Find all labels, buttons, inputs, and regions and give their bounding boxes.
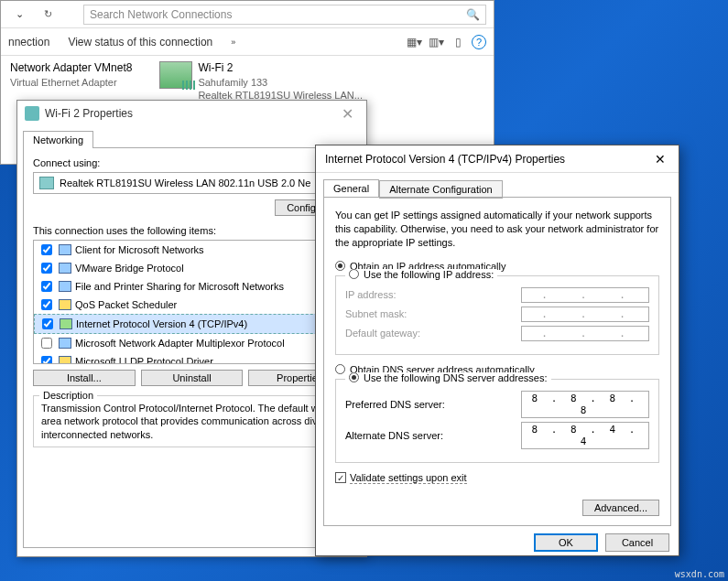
protocol-icon	[59, 299, 71, 310]
close-icon[interactable]: ✕	[336, 105, 359, 123]
validate-checkbox[interactable]: Validate settings upon exit	[335, 472, 659, 484]
item-checkbox[interactable]	[41, 338, 52, 349]
dns2-label: Alternate DNS server:	[345, 430, 521, 441]
protocol-icon	[59, 338, 71, 349]
item-checkbox[interactable]	[41, 299, 52, 310]
mask-label: Subnet mask:	[345, 308, 521, 319]
install-button[interactable]: Install...	[33, 370, 136, 386]
item-checkbox[interactable]	[41, 356, 52, 364]
watermark: wsxdn.com	[675, 569, 724, 579]
radio-label: Use the following IP address:	[364, 269, 494, 280]
dns1-label: Preferred DNS server:	[345, 399, 521, 410]
search-icon: 🔍	[466, 8, 480, 21]
adapter-name: Realtek RTL8191SU Wireless LAN 802.11n U…	[60, 178, 310, 188]
pane-icon[interactable]: ▯	[450, 34, 466, 50]
advanced-button[interactable]: Advanced...	[582, 500, 659, 516]
item-label: Client for Microsoft Networks	[75, 244, 204, 255]
tab-body: You can get IP settings assigned automat…	[323, 197, 671, 526]
adapter-sub: Virtual Ethernet Adapter	[10, 76, 132, 89]
item-label: Microsoft LLDP Protocol Driver	[75, 356, 213, 364]
gw-input: . . .	[521, 326, 649, 341]
description-text: Transmission Control Protocol/Internet P…	[41, 402, 342, 441]
wifi-icon	[25, 106, 39, 121]
list-item[interactable]: QoS Packet Scheduler	[34, 296, 350, 314]
chevron-down-icon[interactable]: »	[231, 38, 235, 47]
item-label: VMware Bridge Protocol	[75, 263, 184, 274]
adapter-box: Realtek RTL8191SU Wireless LAN 802.11n U…	[33, 172, 351, 194]
titlebar: Wi-Fi 2 Properties ✕	[17, 101, 366, 126]
dns2-input[interactable]: 8 . 8 . 4 . 4	[521, 422, 649, 449]
window-title: Wi-Fi 2 Properties	[45, 107, 133, 120]
tab-body: Connect using: Realtek RTL8191SU Wireles…	[23, 147, 361, 548]
chevron-down-icon[interactable]: ⌄	[8, 8, 31, 20]
description-group: Description Transmission Control Protoco…	[33, 395, 351, 447]
protocol-icon	[60, 318, 72, 329]
list-item[interactable]: VMware Bridge Protocol	[34, 259, 350, 277]
window-title: Internet Protocol Version 4 (TCP/IPv4) P…	[325, 153, 565, 166]
network-adapter-item[interactable]: Wi-Fi 2 Sahufamily 133 Realtek RTL8191SU…	[159, 61, 363, 102]
list-item[interactable]: Client for Microsoft Networks	[34, 241, 350, 259]
close-icon[interactable]: ✕	[651, 152, 669, 167]
checkbox-label: Validate settings upon exit	[350, 472, 467, 484]
tab-alternate[interactable]: Alternate Configuration	[379, 180, 503, 199]
tab-general[interactable]: General	[323, 179, 379, 198]
refresh-icon[interactable]: ↻	[38, 8, 58, 20]
explorer-commandbar: nnection View status of this connection …	[1, 28, 494, 56]
search-placeholder: Search Network Connections	[90, 8, 232, 21]
item-label: File and Printer Sharing for Microsoft N…	[75, 281, 284, 292]
checkbox-icon	[335, 472, 346, 483]
dns1-input[interactable]: 8 . 8 . 8 . 8	[521, 391, 649, 418]
protocol-icon	[59, 244, 71, 255]
radio-icon	[335, 261, 345, 271]
radio-static-dns[interactable]: Use the following DNS server addresses:	[345, 372, 551, 383]
item-label: Internet Protocol Version 4 (TCP/IPv4)	[76, 318, 247, 329]
description-title: Description	[39, 390, 97, 401]
help-icon[interactable]: ?	[472, 35, 486, 49]
cmd-connection[interactable]: nnection	[8, 36, 49, 48]
adapter-icon	[39, 177, 54, 189]
ip-group: Use the following IP address: IP address…	[335, 275, 659, 355]
item-checkbox[interactable]	[41, 281, 52, 292]
list-item[interactable]: Internet Protocol Version 4 (TCP/IPv4)	[34, 314, 350, 334]
adapter-name: Wi-Fi 2	[198, 61, 363, 76]
list-item[interactable]: Microsoft Network Adapter Multiplexor Pr…	[34, 334, 350, 352]
dns-group: Use the following DNS server addresses: …	[335, 379, 659, 463]
cmd-view-status[interactable]: View status of this connection	[68, 36, 212, 48]
ok-button[interactable]: OK	[534, 533, 598, 552]
list-item[interactable]: Microsoft LLDP Protocol Driver	[34, 352, 350, 364]
tab-strip: General Alternate Configuration	[316, 173, 679, 197]
ip-input: . . .	[521, 287, 649, 303]
protocol-icon	[59, 263, 71, 274]
items-listbox[interactable]: Client for Microsoft NetworksVMware Brid…	[33, 240, 351, 364]
item-label: Microsoft Network Adapter Multiplexor Pr…	[75, 338, 285, 349]
ip-label: IP address:	[345, 289, 521, 300]
adapter-sub: Sahufamily 133	[198, 76, 363, 89]
item-checkbox[interactable]	[42, 318, 53, 329]
cancel-button[interactable]: Cancel	[605, 533, 669, 552]
item-checkbox[interactable]	[41, 244, 52, 255]
search-input[interactable]: Search Network Connections 🔍	[83, 5, 486, 25]
dialog-buttons: OK Cancel	[316, 533, 679, 561]
protocol-icon	[59, 356, 71, 364]
items-label: This connection uses the following items…	[33, 225, 351, 236]
item-checkbox[interactable]	[41, 263, 52, 274]
gw-label: Default gateway:	[345, 328, 521, 339]
radio-icon	[349, 372, 359, 382]
uninstall-button[interactable]: Uninstall	[141, 370, 244, 386]
protocol-icon	[59, 281, 71, 292]
connect-using-label: Connect using:	[33, 157, 351, 168]
view-icon[interactable]: ▥▾	[428, 34, 444, 50]
radio-static-ip[interactable]: Use the following IP address:	[345, 269, 497, 280]
titlebar: Internet Protocol Version 4 (TCP/IPv4) P…	[316, 145, 679, 173]
item-label: QoS Packet Scheduler	[75, 299, 177, 310]
network-icon	[159, 61, 192, 89]
adapter-name: Network Adapter VMnet8	[10, 61, 132, 76]
tab-strip: Networking	[17, 126, 366, 147]
radio-label: Use the following DNS server addresses:	[364, 372, 548, 383]
radio-icon	[335, 364, 345, 374]
list-item[interactable]: File and Printer Sharing for Microsoft N…	[34, 277, 350, 296]
tab-networking[interactable]: Networking	[23, 131, 93, 148]
view-icon[interactable]: ▦▾	[406, 34, 422, 50]
network-adapter-item[interactable]: Network Adapter VMnet8 Virtual Ethernet …	[10, 61, 132, 102]
ipv4-properties-dialog: Internet Protocol Version 4 (TCP/IPv4) P…	[315, 145, 679, 556]
